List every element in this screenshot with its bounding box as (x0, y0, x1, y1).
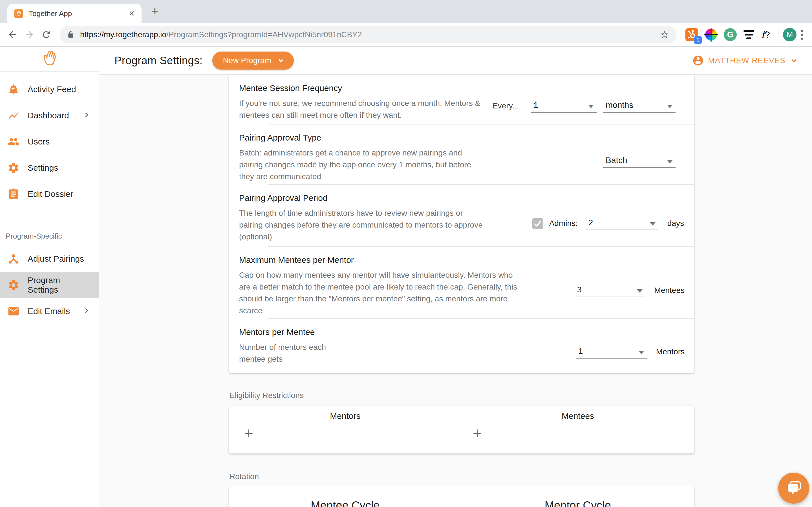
url-domain: https://my.togetherapp.io (80, 30, 166, 39)
sidebar-item-label: Dashboard (28, 111, 69, 120)
dropdown-arrow-icon (667, 160, 673, 163)
chevron-right-icon (82, 110, 91, 121)
eligibility-section-label: Eligibility Restrictions (230, 391, 812, 400)
column-heading: Mentors (229, 411, 462, 421)
function-extension-icon[interactable]: f? (761, 29, 770, 40)
mentors-label: Mentors (656, 347, 684, 356)
setting-description: Cap on how many mentees any mentor will … (239, 269, 521, 317)
reload-button[interactable] (40, 29, 52, 41)
rotation-mentor-cycle-column: Mentor Cycle (462, 486, 694, 507)
mentees-label: Mentees (654, 286, 684, 295)
lock-icon (67, 31, 74, 38)
setting-row-pairing-approval-type: Pairing Approval Type Batch: administrat… (229, 124, 694, 184)
eligibility-mentees-column: Mentees + (462, 406, 694, 453)
sidebar-item-activity-feed[interactable]: + Activity Feed (0, 76, 99, 102)
gear-icon (7, 162, 20, 174)
dropdown-arrow-icon (639, 351, 644, 354)
toolbar-divider (778, 29, 778, 41)
frequency-value-select[interactable]: 1 (531, 100, 597, 113)
rotation-mentee-cycle-column: Mentee Cycle (229, 486, 462, 507)
admins-checkbox[interactable] (532, 218, 543, 229)
chevron-down-icon (790, 56, 799, 65)
address-bar[interactable]: https://my.togetherapp.io/ProgramSetting… (60, 26, 676, 43)
setting-description: Batch: administrators get a chance to ap… (239, 147, 487, 182)
grammarly-extension-icon[interactable]: G (724, 28, 737, 41)
sort-lines-extension-icon[interactable] (744, 30, 754, 39)
chat-launcher-button[interactable] (778, 473, 809, 504)
sidebar-item-settings[interactable]: Settings (0, 155, 99, 181)
extension-badge: 1 (694, 36, 702, 44)
setting-title: Pairing Approval Period (239, 193, 675, 203)
sidebar-item-users[interactable]: Users (0, 128, 99, 155)
rotation-card: Mentee Cycle Mentor Cycle (229, 486, 694, 507)
sidebar-item-edit-emails[interactable]: Edit Emails (0, 298, 99, 324)
approval-days-select[interactable]: 2 (586, 217, 658, 230)
envelope-icon (7, 305, 20, 318)
hand-logo-icon (40, 48, 59, 69)
back-button[interactable] (6, 29, 18, 41)
color-wheel-extension-icon[interactable] (705, 29, 717, 41)
dropdown-arrow-icon (667, 105, 673, 108)
sidebar-item-edit-dossier[interactable]: Edit Dossier (0, 181, 99, 207)
sidebar-item-dashboard[interactable]: Dashboard (0, 102, 99, 128)
sidebar-nav: + Activity Feed Dashboard Users (0, 71, 99, 324)
sidebar-item-label: Adjust Pairings (28, 254, 84, 264)
eligibility-card: Mentors + Mentees + (229, 406, 694, 453)
admins-label: Admins: (549, 219, 578, 228)
bookmark-star-icon[interactable] (660, 30, 669, 39)
mentors-per-mentee-select[interactable]: 1 (576, 346, 647, 358)
chat-bubble-icon (784, 478, 804, 498)
add-mentee-restriction-button[interactable]: + (471, 425, 484, 441)
browser-toolbar: https://my.togetherapp.io/ProgramSetting… (0, 23, 812, 47)
setting-title: Mentors per Mentee (239, 327, 675, 337)
forward-button[interactable] (23, 29, 36, 41)
chrome-menu-icon[interactable] (801, 30, 803, 40)
sidebar-item-program-settings[interactable]: Program Settings (0, 272, 99, 298)
max-mentees-select[interactable]: 3 (575, 284, 645, 297)
program-selector-label: New Program (223, 56, 271, 65)
tab-close-icon[interactable]: ✕ (129, 9, 135, 18)
browser-tab[interactable]: Together App ✕ (7, 4, 142, 23)
setting-title: Mentee Session Frequency (239, 83, 675, 93)
content-area: Mentee Session Frequency If you're not s… (99, 75, 812, 507)
setting-description: Number of mentors each mentee gets (239, 341, 335, 365)
column-heading: Mentee Cycle (229, 499, 462, 507)
approval-type-select[interactable]: Batch (603, 155, 675, 168)
app-logo[interactable] (0, 47, 99, 71)
add-mentor-restriction-button[interactable]: + (243, 425, 255, 441)
grammarly-g-icon: G (724, 28, 737, 41)
user-name: MATTHEW REEVES (708, 56, 785, 65)
gear-icon (7, 279, 20, 291)
sidebar-item-adjust-pairings[interactable]: Adjust Pairings (0, 245, 99, 272)
function-icon-label: ? (765, 29, 770, 40)
setting-row-mentors-per-mentee: Mentors per Mentee Number of mentors eac… (229, 319, 694, 373)
url-text: https://my.togetherapp.io/ProgramSetting… (80, 30, 660, 39)
eligibility-mentors-column: Mentors + (229, 406, 462, 453)
setting-description: The length of time administrators have t… (239, 207, 485, 243)
profile-avatar[interactable]: M (783, 28, 797, 41)
color-wheel-icon (705, 29, 717, 41)
column-heading: Mentor Cycle (462, 499, 694, 507)
hubspot-extension-icon[interactable]: 1 (686, 28, 698, 41)
setting-title: Maximum Mentees per Mentor (239, 255, 675, 265)
frequency-unit-select[interactable]: months (603, 100, 675, 113)
dropdown-arrow-icon (650, 222, 656, 226)
new-tab-button[interactable]: + (151, 4, 159, 17)
user-menu[interactable]: MATTHEW REEVES (692, 55, 799, 66)
people-icon (7, 135, 20, 148)
sidebar-item-label: Users (28, 137, 50, 147)
setting-row-max-mentees-per-mentor: Maximum Mentees per Mentor Cap on how ma… (229, 247, 694, 318)
sidebar-item-label: Edit Dossier (28, 189, 73, 199)
setting-row-mentee-session-frequency: Mentee Session Frequency If you're not s… (229, 75, 694, 124)
dropdown-arrow-icon (637, 289, 643, 293)
program-selector-button[interactable]: New Program (212, 52, 294, 69)
checkmark-icon (534, 219, 542, 228)
settings-card: Mentee Session Frequency If you're not s… (229, 75, 694, 373)
days-label: days (667, 219, 684, 228)
setting-row-pairing-approval-period: Pairing Approval Period The length of ti… (229, 185, 694, 246)
tab-title: Together App (29, 9, 129, 18)
line-chart-icon (7, 109, 20, 122)
page-title: Program Settings: (114, 55, 203, 67)
setting-description: If you're not sure, we recommend choosin… (239, 98, 481, 121)
sidebar-item-label: Settings (28, 163, 58, 173)
